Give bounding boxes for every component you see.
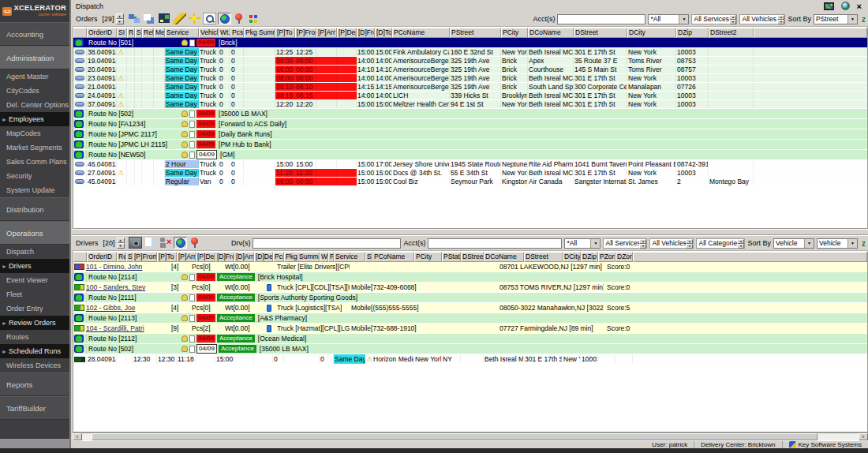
orders-row-21-040914[interactable]: 21.040914Same DayTruck0008:1008:1014:151… [73, 83, 867, 92]
key-icon[interactable] [181, 335, 188, 342]
column-header-si[interactable]: SI [117, 28, 127, 38]
drivers-categories-filter[interactable]: All Categories ▲▼ [696, 238, 745, 249]
orders-row-45-040914[interactable]: 45.040914RegularVan0008:0008:0015:0015:0… [73, 178, 867, 186]
orders-count-spinner-up[interactable]: ▲ [116, 13, 124, 19]
sidebar-item-order-entry[interactable]: Order Entry [0, 301, 69, 316]
column-header-p-from[interactable]: [P]From [133, 252, 157, 262]
driver-name-link[interactable]: 101 - Dimino, John [86, 263, 170, 271]
drivers-all-dropdown[interactable]: *All ▼ [564, 238, 600, 249]
key-icon[interactable] [181, 141, 188, 148]
legend-icon[interactable] [248, 13, 261, 24]
column-header-dzip[interactable]: DZip [676, 28, 709, 38]
map-pin-icon[interactable] [189, 237, 202, 249]
orders-sort-dropdown[interactable]: PStreet ▼ [814, 14, 858, 24]
column-header-wt[interactable]: Wt. [320, 252, 328, 262]
sidebar-item-citycodes[interactable]: CityCodes [0, 84, 69, 98]
orders-route-row-route-no-fa1234[interactable]: Route No [FA1234]04/09[Forward to ACS Da… [73, 119, 867, 129]
chevron-down-icon[interactable]: ▼ [804, 239, 814, 248]
key-icon[interactable] [181, 274, 188, 280]
scroll-left-icon[interactable]: ‹ [73, 433, 82, 440]
orders-route-row-route-no-jpmc-lh-2115[interactable]: Route No [JPMC LH 2115]04/09[PM Hub to B… [73, 140, 867, 150]
chevron-down-icon[interactable]: ▼ [590, 239, 600, 248]
column-header-r[interactable]: R [328, 252, 334, 262]
column-header-pconame[interactable]: PCoName [372, 252, 414, 262]
column-header-ref[interactable]: Ref [142, 28, 154, 38]
column-header-p-to[interactable]: [P]To [275, 28, 295, 38]
new-order-burst-icon[interactable] [188, 13, 201, 24]
orders-route-row-route-no-new50[interactable]: Route No [NEW50]04/09[GM] [73, 150, 867, 160]
column-header-dcity[interactable]: DCity [563, 252, 581, 262]
spinner-down-icon[interactable]: ▼ [729, 20, 736, 24]
search-icon[interactable] [203, 13, 216, 24]
key-icon[interactable] [181, 315, 188, 321]
page-icon[interactable] [189, 335, 195, 343]
key-icon[interactable] [181, 131, 188, 137]
key-icon[interactable] [181, 39, 188, 46]
system-monitor-icon[interactable] [824, 2, 834, 10]
orders-row-37-040914[interactable]: 37.040914⚠Same DayTruck0012:2012:2015:00… [73, 100, 867, 109]
drivers-route-row-route-no-2114[interactable]: Route No [2114]04/09Acceptance[Brick Hos… [73, 272, 867, 283]
map-globe-icon[interactable] [218, 13, 231, 24]
column-header-p-dep[interactable]: [P]Dep [337, 28, 357, 38]
orders-row-46-040814[interactable]: 46.0408142 HourTruck0015:0015:0015:0017:… [73, 160, 867, 169]
drivers-route-row-route-no-2113[interactable]: Route No [2113]04/09Acceptance[A&S Pharm… [73, 313, 867, 324]
column-header-d-from[interactable]: [D]From [357, 28, 375, 38]
column-header-dstreet[interactable]: DStreet [524, 252, 563, 262]
orders-route-row-route-no-502[interactable]: Route No [502]04/09[35000 LB MAX] [73, 109, 867, 119]
page-icon[interactable] [189, 141, 195, 148]
column-header-d-from[interactable]: [D]From [215, 252, 234, 262]
column-header-dstreet[interactable]: DStreet [574, 28, 627, 38]
assign-route-icon[interactable] [128, 13, 141, 24]
column-header-dstreet2[interactable]: DStreet2 [709, 28, 754, 38]
key-icon[interactable] [181, 110, 188, 117]
column-header-memo[interactable]: Memo [154, 28, 165, 38]
column-header-pcs[interactable]: Pcs. [230, 28, 244, 38]
sidebar-section-administration[interactable]: Administration [0, 46, 69, 69]
key-icon[interactable] [181, 346, 188, 352]
orders-acct-input[interactable] [557, 14, 645, 24]
chevron-down-icon[interactable]: ▼ [679, 15, 688, 24]
drivers-count-spinner-up[interactable]: ▲ [117, 238, 125, 243]
column-header-dcity[interactable]: DCity [627, 28, 676, 38]
column-header-wt[interactable]: Wt. [219, 28, 230, 38]
sidebar-section-distribution[interactable]: Distribution [0, 197, 69, 221]
sidebar-item-wireless-devices[interactable]: Wireless Devices [0, 358, 69, 373]
chevron-down-icon[interactable]: ▼ [847, 15, 857, 24]
scrollbar-track[interactable] [82, 433, 859, 440]
orders-route-row-route-no-501[interactable]: Route No [501]04/09[Brick] [73, 38, 867, 48]
column-header-service[interactable]: Service [165, 28, 199, 38]
column-header-si[interactable]: SI [365, 252, 372, 262]
sidebar-section-accounting[interactable]: Accounting [0, 22, 69, 46]
sidebar-item-dispatch[interactable]: Dispatch [0, 245, 69, 259]
orders-vehicles-filter[interactable]: All Vehicles ▲▼ [739, 14, 785, 24]
orders-row-27-040914[interactable]: 27.040914⚠Same DayTruck0011:2011:2015:00… [73, 169, 867, 178]
snapshot-icon[interactable] [158, 13, 171, 24]
column-header-p-arr[interactable]: [P]Arr [177, 252, 196, 262]
sidebar-item-fleet[interactable]: Fleet [0, 287, 69, 301]
drivers-count-spinner-down[interactable]: ▼ [117, 243, 125, 249]
column-header-dzone[interactable]: DZone [615, 252, 633, 262]
column-header-orderid[interactable]: OrderID [87, 252, 117, 262]
drivers-sort-dropdown-1[interactable]: Vehicle ▼ [773, 238, 814, 249]
sort-direction-icon[interactable]: z [862, 239, 866, 248]
sidebar-item-mapcodes[interactable]: MapCodes [0, 126, 69, 140]
page-icon[interactable] [189, 294, 195, 301]
column-header-p-dep[interactable]: [P]Dep [196, 252, 215, 262]
sidebar-item-agent-master[interactable]: Agent Master [0, 69, 69, 84]
driver-row-101-dimino-john[interactable]: 101 - Dimino, John[4]Pcs[0]Wt[0.00]Trail… [73, 262, 867, 272]
orders-row-23-040914[interactable]: 23.040914⚠Same DayTruck0008:0008:0014:00… [73, 74, 867, 83]
panel-splitter[interactable] [73, 229, 868, 235]
page-icon[interactable] [189, 110, 195, 118]
sidebar-item-security[interactable]: Security [0, 169, 69, 183]
sidebar-section-operations[interactable]: Operations [0, 221, 69, 245]
orders-all-dropdown[interactable]: *All ▼ [648, 14, 689, 24]
drivers-row-28-040914[interactable]: 28.04091412:3012:3011:1815:0000Same Day⚠… [73, 354, 867, 365]
drivers-route-row-route-no-2111[interactable]: Route No [2111]04/09Acceptance[Sports Au… [73, 293, 867, 303]
column-header-pcity[interactable]: PCity [414, 252, 442, 262]
column-header-pstreet[interactable]: PStreet [450, 28, 501, 38]
column-header-d-dep[interactable]: [D]Dep [254, 252, 273, 262]
sidebar-item-del-center-options[interactable]: Del. Center Options [0, 98, 69, 112]
column-header-orderid[interactable]: OrderID [87, 28, 117, 38]
column-header-dzip[interactable]: DZip [581, 252, 598, 262]
column-header-p-from[interactable]: [P]From [295, 28, 316, 38]
